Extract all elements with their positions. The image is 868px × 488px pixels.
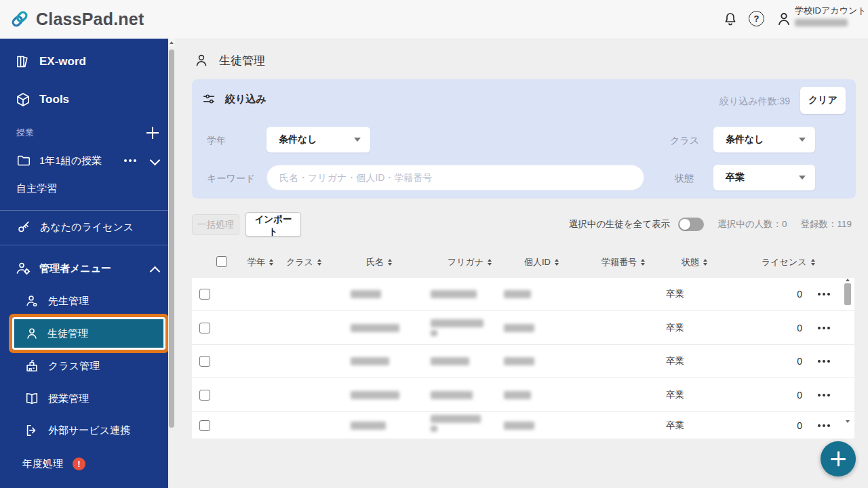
sidebar-item-year-processing[interactable]: 年度処理 ! (22, 450, 85, 477)
sidebar-item-teacher-mgmt[interactable]: 先生管理 (24, 287, 89, 314)
divider (0, 245, 168, 245)
header-kana[interactable]: フリガナ (448, 256, 492, 268)
selection-summary: 選択中の生徒を全て表示 選択中の人数：0 登録数：119 (569, 212, 852, 237)
caret-down-icon (354, 138, 361, 142)
kana-redacted (431, 391, 473, 399)
lesson-chevron-down-icon[interactable] (150, 155, 161, 166)
sidebar-item-tools[interactable]: Tools (15, 86, 69, 113)
registered-count: 登録数：119 (800, 218, 852, 230)
main-content: 生徒管理 絞り込み 絞り込み件数:39 クリア 学年 条件なし クラス 条 (175, 39, 868, 488)
add-student-fab[interactable] (821, 441, 856, 476)
select-all-checkbox[interactable] (216, 256, 227, 267)
scrollbar-thumb[interactable] (169, 49, 174, 428)
admin-menu-chevron-up-icon[interactable] (150, 266, 161, 277)
sidebar-item-admin-menu[interactable]: 管理者メニュー (15, 255, 111, 282)
dictionary-icon (15, 54, 31, 70)
header-name[interactable]: 氏名 (366, 256, 392, 268)
grade-dropdown[interactable]: 条件なし (267, 127, 370, 152)
status-dropdown[interactable]: 卒業 (713, 165, 815, 190)
license-cell: 0 (775, 289, 802, 300)
caret-down-icon (799, 138, 806, 142)
table-row: 卒業 0 (192, 378, 854, 412)
row-menu-icon[interactable] (823, 394, 825, 396)
row-menu-icon[interactable] (823, 360, 825, 363)
lesson-more-icon[interactable] (129, 159, 132, 162)
scroll-up-arrow[interactable] (168, 39, 175, 47)
sort-icon (317, 259, 321, 266)
admin-person-gear-icon (15, 260, 31, 277)
id-redacted (504, 290, 531, 298)
sidebar-scrollbar (168, 39, 175, 488)
account-person-icon[interactable] (775, 10, 791, 26)
sidebar-item-exword[interactable]: EX-word (15, 48, 86, 75)
app-logo[interactable]: ClassPad.net (9, 9, 144, 29)
class-dropdown[interactable]: 条件なし (713, 127, 815, 152)
table-header: 学年 クラス 氏名 フリガナ 個人ID 学籍番号 状態 ライセンス (192, 249, 854, 278)
header-license[interactable]: ライセンス (762, 256, 815, 268)
id-redacted (504, 391, 531, 399)
sort-icon (269, 259, 273, 266)
sidebar-item-student-mgmt[interactable]: 生徒管理 (12, 317, 165, 350)
kana-redacted (431, 290, 477, 298)
sort-icon (488, 259, 492, 266)
scrollbar-thumb[interactable] (844, 283, 851, 305)
status-cell: 卒業 (666, 322, 684, 334)
key-icon (16, 220, 31, 235)
grade-label: 学年 (207, 135, 226, 147)
table-row: 卒業 0 (192, 345, 854, 378)
table-row: 卒業 0 (192, 278, 854, 311)
row-menu-icon[interactable] (823, 327, 825, 329)
license-cell: 0 (775, 356, 802, 367)
row-checkbox[interactable] (199, 323, 210, 333)
clear-button[interactable]: クリア (800, 87, 846, 114)
sidebar-item-self-study[interactable]: 自主学習 (16, 176, 57, 201)
id-redacted (504, 357, 534, 365)
row-checkbox[interactable] (199, 356, 210, 367)
sort-icon (641, 259, 645, 266)
license-cell: 0 (775, 420, 802, 431)
help-icon[interactable]: ? (749, 11, 765, 27)
row-checkbox[interactable] (199, 420, 210, 431)
alert-icon: ! (73, 458, 85, 470)
account-id-redacted (795, 19, 848, 26)
sidebar-item-lesson[interactable]: 1年1組の授業 (16, 147, 102, 174)
building-icon (24, 359, 39, 373)
keyword-input[interactable] (267, 165, 644, 190)
row-menu-icon[interactable] (823, 424, 825, 427)
sidebar-item-your-license[interactable]: あなたのライセンス (16, 214, 134, 241)
header-grade[interactable]: 学年 (248, 256, 273, 268)
app-name: ClassPad.net (36, 9, 144, 29)
kana-redacted (431, 319, 484, 336)
cube-icon (15, 92, 31, 108)
row-menu-icon[interactable] (823, 293, 825, 296)
filter-panel: 絞り込み 絞り込み件数:39 クリア 学年 条件なし クラス 条件なし キーワー… (192, 79, 856, 199)
name-redacted (351, 422, 386, 430)
row-checkbox[interactable] (199, 390, 210, 401)
status-cell: 卒業 (666, 389, 684, 401)
toggle-knob (679, 219, 690, 230)
scroll-down-arrow[interactable] (846, 420, 850, 423)
sidebar-item-lesson-mgmt[interactable]: 授業管理 (24, 385, 89, 412)
show-selected-toggle[interactable] (678, 218, 704, 231)
license-cell: 0 (775, 323, 802, 333)
add-lesson-plus-icon[interactable] (146, 127, 159, 139)
kana-redacted (431, 357, 469, 365)
notifications-bell-icon[interactable] (722, 11, 738, 27)
sidebar-item-external-services[interactable]: 外部サービス連携 (24, 417, 130, 444)
row-checkbox[interactable] (199, 289, 210, 300)
sidebar-item-class-mgmt[interactable]: クラス管理 (24, 352, 100, 380)
table-scrollbar (844, 278, 852, 439)
name-redacted (351, 357, 389, 365)
keyword-label: キーワード (207, 173, 255, 185)
header-personal-id[interactable]: 個人ID (524, 256, 559, 268)
header-class[interactable]: クラス (286, 256, 321, 268)
app-window: ClassPad.net ? 学校IDアカウント (0, 0, 868, 488)
bulk-action-button: 一括処理 (192, 214, 239, 235)
header-status[interactable]: 状態 (682, 256, 707, 268)
scroll-up-arrow[interactable] (846, 279, 850, 281)
account-info[interactable]: 学校IDアカウント (795, 5, 867, 29)
import-button[interactable]: インポート (245, 212, 301, 237)
account-type-label: 学校IDアカウント (795, 5, 867, 16)
header-student-number[interactable]: 学籍番号 (601, 256, 645, 268)
kana-redacted (431, 415, 481, 432)
